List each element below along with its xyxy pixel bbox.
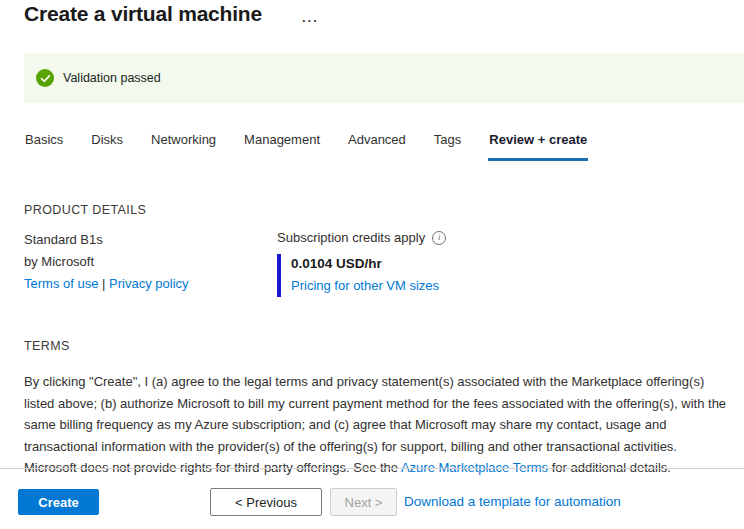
tab-tags[interactable]: Tags [433, 132, 462, 161]
terms-paragraph: By clicking "Create", I (a) agree to the… [24, 371, 731, 479]
subscription-credits-label: Subscription credits apply [277, 230, 425, 245]
product-details-heading: PRODUCT DETAILS [24, 203, 146, 217]
create-button[interactable]: Create [18, 489, 99, 515]
create-vm-page: Create a virtual machine ... Validation … [0, 0, 744, 529]
more-menu-icon[interactable]: ... [302, 5, 319, 24]
page-header: Create a virtual machine ... [24, 2, 319, 26]
validation-banner-text: Validation passed [63, 71, 161, 85]
link-separator: | [102, 276, 105, 291]
footer-action-bar: Create < Previous Next > Download a temp… [0, 488, 744, 518]
success-check-icon [36, 69, 54, 87]
subscription-credits-row: Subscription credits apply i [277, 230, 446, 245]
tab-networking[interactable]: Networking [150, 132, 217, 161]
wizard-tabs: Basics Disks Networking Management Advan… [24, 132, 614, 161]
product-name: Standard B1s [24, 229, 189, 250]
download-template-link[interactable]: Download a template for automation [404, 494, 621, 509]
pricing-other-sizes-link[interactable]: Pricing for other VM sizes [291, 278, 446, 293]
pricing-summary: Subscription credits apply i 0.0104 USD/… [277, 230, 446, 297]
validation-banner: Validation passed [24, 53, 744, 103]
terms-of-use-link[interactable]: Terms of use [24, 276, 98, 291]
footer-divider [0, 468, 744, 469]
product-legal-links: Terms of use | Privacy policy [24, 273, 189, 294]
price-block: 0.0104 USD/hr Pricing for other VM sizes [277, 254, 446, 297]
page-title: Create a virtual machine [24, 2, 262, 26]
tab-basics[interactable]: Basics [24, 132, 64, 161]
next-button[interactable]: Next > [330, 488, 397, 516]
info-icon[interactable]: i [432, 231, 446, 245]
tab-disks[interactable]: Disks [90, 132, 124, 161]
tab-review-create[interactable]: Review + create [488, 132, 588, 161]
product-publisher: by Microsoft [24, 251, 189, 272]
tab-advanced[interactable]: Advanced [347, 132, 407, 161]
product-summary: Standard B1s by Microsoft Terms of use |… [24, 229, 189, 295]
tab-management[interactable]: Management [243, 132, 321, 161]
terms-heading: TERMS [24, 339, 70, 353]
privacy-policy-link[interactable]: Privacy policy [109, 276, 188, 291]
price-value: 0.0104 USD/hr [291, 256, 446, 271]
previous-button[interactable]: < Previous [210, 488, 322, 516]
